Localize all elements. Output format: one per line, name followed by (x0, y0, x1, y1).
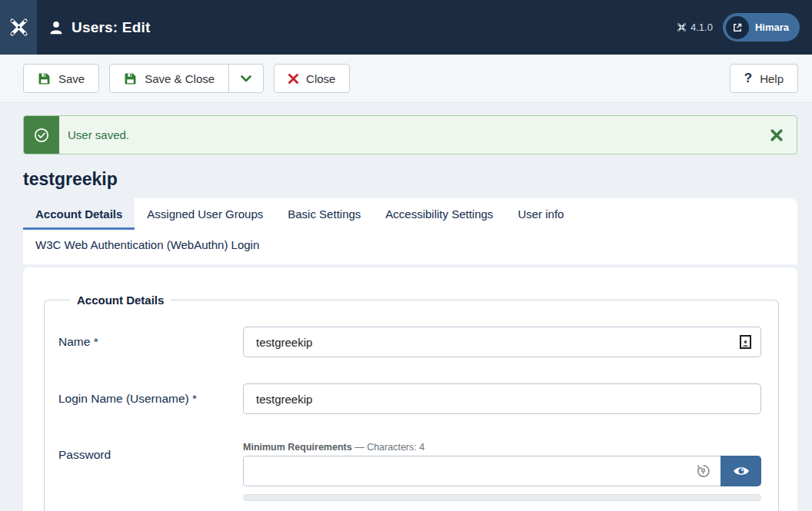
version-number: 4.1.0 (691, 22, 713, 33)
joomla-logo[interactable] (0, 0, 37, 55)
user-icon (48, 19, 65, 36)
record-title: testgreekip (23, 169, 797, 190)
chevron-down-icon (241, 75, 251, 82)
tab-account-details[interactable]: Account Details (23, 198, 135, 230)
check-circle-icon (34, 128, 49, 143)
name-field-row: Name * (58, 327, 761, 357)
save-button[interactable]: Save (23, 64, 99, 93)
page-title: Users: Edit (72, 19, 151, 36)
password-strength-meter (243, 494, 761, 501)
tab-accessibility-settings[interactable]: Accessibility Settings (373, 198, 505, 230)
password-requirements-bold: Minimum Requirements (243, 442, 352, 453)
help-label: Help (760, 72, 784, 85)
password-requirements: Minimum Requirements — Characters: 4 (243, 442, 761, 453)
save-close-icon (124, 72, 137, 85)
username-input[interactable] (243, 383, 761, 414)
close-button[interactable]: Close (274, 64, 350, 93)
admin-header: Users: Edit 4.1.0 Himara (0, 0, 812, 55)
tabs-card: Account Details Assigned User Groups Bas… (23, 198, 797, 264)
help-button[interactable]: ? Help (730, 64, 798, 93)
save-dropdown-toggle[interactable] (228, 64, 264, 93)
close-label: Close (306, 72, 335, 85)
toolbar: Save Save & Close Close ? Help (0, 55, 812, 103)
username-label: Login Name (Username) * (58, 392, 243, 406)
fieldset-legend: Account Details (70, 294, 171, 307)
password-label: Password (58, 442, 243, 501)
joomla-version-icon (677, 22, 687, 32)
toggle-password-visibility-button[interactable] (720, 456, 761, 486)
password-requirements-rest: — Characters: 4 (354, 442, 424, 453)
save-close-group: Save & Close (109, 64, 264, 93)
alert-icon-block (24, 116, 59, 154)
question-icon: ? (744, 71, 752, 86)
account-details-fieldset: Account Details Name * (44, 294, 779, 511)
version-badge: 4.1.0 (677, 22, 713, 33)
tabs-row-1: Account Details Assigned User Groups Bas… (23, 198, 797, 230)
user-menu-label: Himara (755, 22, 789, 33)
autofill-contact-icon (740, 335, 751, 349)
tab-user-info[interactable]: User info (505, 198, 576, 230)
success-alert: User saved. (23, 115, 797, 154)
external-link-icon (732, 22, 743, 33)
generate-password-icon[interactable] (696, 464, 710, 479)
form-card: Account Details Name * (23, 267, 797, 511)
save-close-label: Save & Close (145, 72, 215, 85)
alert-close-icon (770, 129, 783, 141)
name-input[interactable] (243, 327, 761, 357)
close-x-icon (288, 74, 298, 84)
eye-icon (733, 465, 750, 477)
tab-assigned-user-groups[interactable]: Assigned User Groups (135, 198, 275, 230)
user-menu-button[interactable]: Himara (723, 13, 800, 41)
alert-message: User saved. (59, 116, 129, 154)
save-label: Save (58, 72, 85, 85)
tab-basic-settings[interactable]: Basic Settings (275, 198, 373, 230)
user-menu-circle (726, 16, 749, 39)
joomla-logo-icon (8, 17, 29, 38)
alert-close-button[interactable] (764, 116, 789, 154)
save-close-button[interactable]: Save & Close (109, 64, 229, 93)
username-field-row: Login Name (Username) * (58, 383, 761, 414)
save-icon (38, 72, 51, 85)
password-field-row: Password Minimum Requirements — Characte… (58, 442, 761, 501)
password-input[interactable] (243, 456, 720, 486)
name-label: Name * (58, 335, 243, 349)
tab-webauthn[interactable]: W3C Web Authentication (WebAuthn) Login (23, 230, 271, 260)
tabs-row-2: W3C Web Authentication (WebAuthn) Login (23, 230, 797, 260)
